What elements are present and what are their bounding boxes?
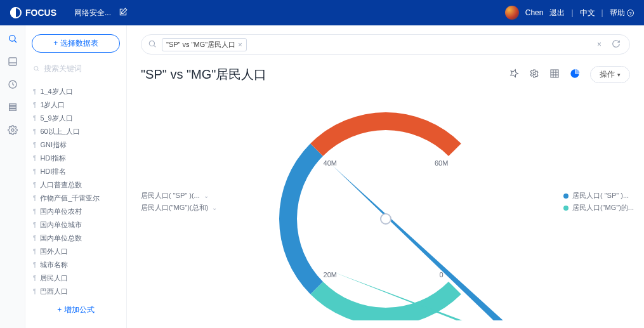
field-label: 巴西人口 (40, 287, 68, 296)
field-list: ¶1_4岁人口¶1岁人口¶5_9岁人口¶60以上_人口¶GNI指标¶HDI指标¶… (32, 85, 120, 296)
rail-dashboard-icon[interactable] (7, 56, 18, 67)
field-item[interactable]: ¶城市名称 (32, 258, 120, 272)
legend: 居民人口( "SP" )... 居民人口("MG")的... (563, 191, 634, 215)
edit-icon[interactable] (119, 8, 128, 18)
series-label-0[interactable]: 居民人口( "SP" )(...⌄ (141, 191, 217, 200)
field-item[interactable]: ¶巴西人口 (32, 285, 120, 296)
field-label: 城市名称 (40, 260, 68, 270)
project-name[interactable]: 网络安全... (74, 8, 111, 18)
legend-item-0[interactable]: 居民人口( "SP" )... (563, 191, 634, 200)
header-right: Chen 退出 | 中文 | 帮助 ? (505, 6, 634, 20)
chip-close-icon[interactable]: × (238, 41, 242, 48)
svg-text:20M: 20M (323, 271, 336, 279)
series-label-1[interactable]: 居民人口("MG")(总和)⌄ (141, 203, 217, 213)
pin-icon[interactable] (509, 69, 519, 81)
field-item[interactable]: ¶5_9岁人口 (32, 112, 120, 125)
table-icon[interactable] (549, 69, 560, 81)
rail-search-icon[interactable] (7, 33, 18, 44)
chart-icon[interactable] (570, 69, 580, 81)
svg-text:40M: 40M (323, 159, 336, 167)
field-item[interactable]: ¶HDI排名 (32, 165, 120, 178)
title-row: "SP" vs "MG"居民人口 操作 ▾ (141, 66, 630, 83)
field-search-input[interactable] (44, 64, 119, 73)
field-type-icon: ¶ (33, 155, 36, 162)
field-item[interactable]: ¶1岁人口 (32, 98, 120, 112)
field-type-icon: ¶ (33, 168, 36, 175)
lang-link[interactable]: 中文 (580, 8, 595, 18)
svg-rect-2 (9, 58, 16, 65)
logout-link[interactable]: 退出 (549, 8, 565, 18)
field-type-icon: ¶ (33, 221, 36, 228)
field-type-icon: ¶ (33, 181, 36, 188)
help-link[interactable]: 帮助 ? (610, 8, 634, 18)
ops-dropdown[interactable]: 操作 ▾ (590, 66, 630, 83)
field-item[interactable]: ¶HDI指标 (32, 152, 120, 165)
field-item[interactable]: ¶作物产值_千雷亚尔 (32, 192, 120, 205)
field-label: 作物产值_千雷亚尔 (40, 194, 100, 203)
field-label: 5_9岁人口 (40, 114, 72, 123)
divider: | (571, 8, 573, 17)
field-label: HDI指标 (40, 154, 66, 163)
field-label: 国内单位城市 (40, 220, 82, 230)
field-type-icon: ¶ (33, 275, 36, 282)
svg-rect-5 (9, 104, 16, 106)
main-area: "SP" vs "MG"居民人口 × × "SP" vs "MG"居民人口 操作… (127, 25, 644, 328)
user-name[interactable]: Chen (525, 8, 544, 17)
field-label: 居民人口 (40, 273, 68, 283)
field-search-row (32, 62, 120, 76)
brand-logo[interactable]: FOCUS (10, 7, 56, 18)
svg-rect-6 (9, 107, 16, 108)
field-item[interactable]: ¶人口普查总数 (32, 178, 120, 192)
field-type-icon: ¶ (33, 115, 36, 122)
refresh-icon[interactable] (609, 39, 623, 50)
field-item[interactable]: ¶国内单位农村 (32, 205, 120, 218)
svg-point-13 (533, 72, 536, 75)
query-search-bar[interactable]: "SP" vs "MG"居民人口 × × (141, 34, 630, 55)
query-chip[interactable]: "SP" vs "MG"居民人口 × (162, 38, 247, 51)
field-label: GNI指标 (40, 140, 67, 150)
field-label: 1_4岁人口 (40, 87, 72, 96)
chart-area: 居民人口( "SP" )(...⌄ 居民人口("MG")(总和)⌄ 居民人口( … (141, 83, 630, 328)
svg-point-0 (9, 36, 15, 41)
field-item[interactable]: ¶国内单位城市 (32, 218, 120, 232)
field-item[interactable]: ¶1_4岁人口 (32, 85, 120, 98)
legend-item-1[interactable]: 居民人口("MG")的... (563, 203, 634, 213)
svg-point-9 (34, 66, 38, 70)
svg-text:60M: 60M (434, 159, 447, 167)
field-type-icon: ¶ (33, 128, 36, 135)
field-item[interactable]: ¶60以上_人口 (32, 125, 120, 138)
gear-icon[interactable] (529, 69, 539, 81)
avatar[interactable] (505, 6, 519, 20)
field-label: 60以上_人口 (40, 127, 79, 136)
field-type-icon: ¶ (33, 88, 36, 95)
select-table-button[interactable]: + 选择数据表 (32, 34, 120, 53)
rail-data-icon[interactable] (7, 102, 18, 113)
divider: | (601, 8, 603, 17)
title-actions: 操作 ▾ (509, 66, 630, 83)
field-type-icon: ¶ (33, 195, 36, 202)
clear-icon[interactable]: × (595, 40, 604, 49)
brand-text: FOCUS (25, 8, 56, 18)
field-label: 国内单位总数 (40, 233, 82, 243)
field-label: 国外人口 (40, 247, 68, 256)
field-item[interactable]: ¶GNI指标 (32, 138, 120, 152)
legend-dot (563, 206, 568, 211)
field-type-icon: ¶ (33, 208, 36, 215)
rail-clock-icon[interactable] (7, 79, 18, 90)
field-type-icon: ¶ (33, 288, 36, 295)
legend-dot (563, 194, 568, 199)
field-item[interactable]: ¶居民人口 (32, 272, 120, 285)
field-label: 人口普查总数 (40, 180, 82, 190)
rail-settings-icon[interactable] (7, 124, 18, 136)
search-icon (33, 65, 40, 72)
field-type-icon: ¶ (33, 261, 36, 268)
svg-line-12 (154, 45, 155, 47)
field-label: HDI排名 (40, 167, 66, 176)
side-panel: + 选择数据表 ¶1_4岁人口¶1岁人口¶5_9岁人口¶60以上_人口¶GNI指… (25, 25, 127, 328)
field-type-icon: ¶ (33, 235, 36, 242)
field-item[interactable]: ¶国内单位总数 (32, 232, 120, 245)
svg-line-10 (37, 70, 39, 71)
svg-rect-7 (9, 109, 16, 111)
field-item[interactable]: ¶国外人口 (32, 245, 120, 258)
add-formula-button[interactable]: + 增加公式 (32, 301, 120, 319)
